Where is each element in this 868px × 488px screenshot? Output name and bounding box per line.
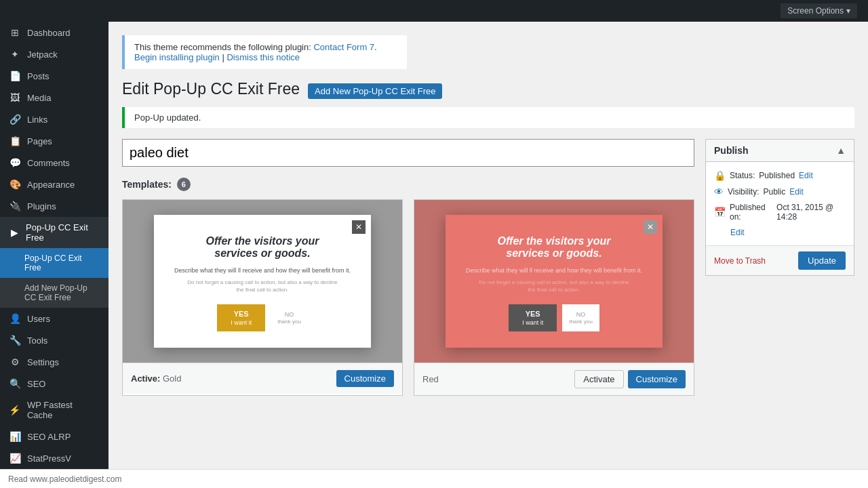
template-card-gold: ✕ Offer the visitors yourservices or goo… <box>122 199 403 396</box>
notice-text: This theme recommends the following plug… <box>134 42 311 52</box>
published-label: Published on: <box>730 203 772 222</box>
visibility-value: Public <box>763 187 785 197</box>
seo-alrp-icon: 📊 <box>8 431 22 442</box>
visibility-label: Visibility: <box>728 187 759 197</box>
publish-panel: Publish ▲ 🔒 Status: Published Edit <box>705 139 854 276</box>
sidebar-item-wp-fastest-cache[interactable]: ⚡ WP Fastest Cache <box>0 394 108 426</box>
move-to-trash-link[interactable]: Move to Trash <box>714 256 766 266</box>
status-icon: 🔒 <box>714 170 726 181</box>
add-new-button[interactable]: Add New Pop-Up CC Exit Free <box>308 83 442 99</box>
sidebar-submenu-label: Add New Pop-Up CC Exit Free <box>24 283 100 302</box>
templates-label: Templates: 6 <box>122 178 694 191</box>
cache-icon: ⚡ <box>8 405 22 415</box>
publish-row-visibility: 👁 Visibility: Public Edit <box>714 186 846 197</box>
popup-heading-gold: Offer the visitors yourservices or goods… <box>170 235 355 260</box>
begin-installing-link[interactable]: Begin installing plugin <box>134 52 220 62</box>
popup-close-gold[interactable]: ✕ <box>352 220 366 234</box>
sidebar-item-media[interactable]: 🖼 Media <box>0 87 108 108</box>
publish-panel-body: 🔒 Status: Published Edit 👁 Visibility: P… <box>706 162 854 245</box>
sidebar-item-links[interactable]: 🔗 Links <box>0 108 108 130</box>
template-preview-gold: ✕ Offer the visitors yourservices or goo… <box>123 200 402 363</box>
sidebar-item-label: Dashboard <box>27 28 71 38</box>
contact-form-link[interactable]: Contact Form 7 <box>313 42 374 52</box>
sidebar-item-popup-cc-exit[interactable]: ▶ Pop-Up CC Exit Free <box>0 217 108 248</box>
collapse-icon[interactable]: ▲ <box>836 145 846 156</box>
bottom-url: Read www.paleodietdigest.com <box>8 474 121 484</box>
sidebar-item-label: Comments <box>27 158 70 168</box>
screen-options-button[interactable]: Screen Options ▾ <box>781 3 857 18</box>
popup-yes-button-gold[interactable]: YESI want it <box>217 304 265 331</box>
popup-red: ✕ Offer the visitors yourservices or goo… <box>446 215 663 348</box>
customize-button-red[interactable]: Customize <box>628 370 686 388</box>
template-actions-gold: Customize <box>336 370 394 387</box>
published-edit-link[interactable]: Edit <box>730 228 745 237</box>
sidebar-submenu-item-popup-free[interactable]: Pop-Up CC Exit Free <box>0 248 108 278</box>
sidebar-item-label: StatPressV <box>27 453 71 464</box>
visibility-edit-link[interactable]: Edit <box>789 187 804 197</box>
pages-icon: 📋 <box>8 136 22 146</box>
popup-icon: ▶ <box>8 227 20 238</box>
template-footer-gold: Active: Gold Customize <box>123 363 402 394</box>
sidebar-item-seo[interactable]: 🔍 SEO <box>0 373 108 394</box>
sidebar-item-plugins[interactable]: 🔌 Plugins <box>0 195 108 217</box>
sidebar-item-jetpack[interactable]: ✦ Jetpack <box>0 43 108 65</box>
page-header: Edit Pop-Up CC Exit Free Add New Pop-Up … <box>122 80 854 99</box>
sidebar-item-statpressv[interactable]: 📈 StatPressV <box>0 447 108 469</box>
sidebar-item-comments[interactable]: 💬 Comments <box>0 152 108 174</box>
popup-heading-red: Offer the visitors yourservices or goods… <box>462 235 646 260</box>
sidebar-item-label: Tools <box>27 336 47 346</box>
templates-count: 6 <box>177 178 191 191</box>
plugins-icon: 🔌 <box>8 201 22 211</box>
publish-actions: Move to Trash Update <box>706 245 854 275</box>
sidebar-item-posts[interactable]: 📄 Posts <box>0 65 108 87</box>
published-value: Oct 31, 2015 @ 14:28 <box>776 203 846 222</box>
jetpack-icon: ✦ <box>8 49 22 60</box>
title-input[interactable] <box>122 139 694 167</box>
update-button[interactable]: Update <box>798 251 846 270</box>
template-status-red: Red <box>422 374 439 384</box>
links-icon: 🔗 <box>8 114 22 125</box>
dashboard-icon: ⊞ <box>8 27 22 38</box>
users-icon: 👤 <box>8 313 22 324</box>
plugin-notice: This theme recommends the following plug… <box>122 35 407 69</box>
calendar-icon: 📅 <box>714 207 726 218</box>
popup-no-button-gold[interactable]: NOthank you <box>271 304 308 331</box>
media-icon: 🖼 <box>8 92 22 103</box>
status-edit-link[interactable]: Edit <box>799 171 813 180</box>
templates-label-text: Templates: <box>122 179 172 190</box>
updated-notice: Pop-Up updated. <box>122 107 854 128</box>
sidebar-item-label: Pages <box>27 136 52 146</box>
sidebar-item-users[interactable]: 👤 Users <box>0 308 108 329</box>
sidebar-item-label: Posts <box>27 71 50 81</box>
sidebar-item-label: Users <box>27 314 50 324</box>
popup-desc2-red: Do not forget a causing call to action, … <box>462 279 646 293</box>
sidebar-item-label: SEO <box>27 379 45 389</box>
publish-row-status: 🔒 Status: Published Edit <box>714 170 846 181</box>
customize-button-gold[interactable]: Customize <box>336 370 394 387</box>
sidebar-item-pages[interactable]: 📋 Pages <box>0 130 108 152</box>
sidebar-submenu-item-add-new[interactable]: Add New Pop-Up CC Exit Free <box>0 278 108 308</box>
stats-icon: 📈 <box>8 453 22 464</box>
posts-icon: 📄 <box>8 70 22 81</box>
popup-yes-button-red[interactable]: YESI want it <box>509 304 557 331</box>
sidebar-item-appearance[interactable]: 🎨 Appearance <box>0 174 108 195</box>
screen-options-label: Screen Options <box>787 6 844 16</box>
template-card-red: ✕ Offer the visitors yourservices or goo… <box>414 199 694 396</box>
activate-button-red[interactable]: Activate <box>574 370 623 388</box>
sidebar-item-dashboard[interactable]: ⊞ Dashboard <box>0 22 108 43</box>
template-preview-red: ✕ Offer the visitors yourservices or goo… <box>414 200 694 363</box>
sidebar-item-label: Plugins <box>27 201 56 211</box>
comments-icon: 💬 <box>8 157 22 168</box>
settings-icon: ⚙ <box>8 357 22 367</box>
status-label: Status: <box>730 171 755 180</box>
dismiss-notice-link[interactable]: Dismiss this notice <box>226 52 300 62</box>
sidebar-item-seo-alrp[interactable]: 📊 SEO ALRP <box>0 426 108 447</box>
popup-close-red[interactable]: ✕ <box>644 220 657 234</box>
sidebar-item-label: Settings <box>27 357 59 367</box>
sidebar-item-tools[interactable]: 🔧 Tools <box>0 329 108 351</box>
popup-desc1-gold: Describe what they will ll receive and h… <box>170 266 355 275</box>
sidebar-item-settings[interactable]: ⚙ Settings <box>0 351 108 373</box>
publish-panel-header: Publish ▲ <box>706 140 854 162</box>
updated-message: Pop-Up updated. <box>134 113 201 123</box>
popup-no-button-red[interactable]: NOthank you <box>562 304 599 331</box>
